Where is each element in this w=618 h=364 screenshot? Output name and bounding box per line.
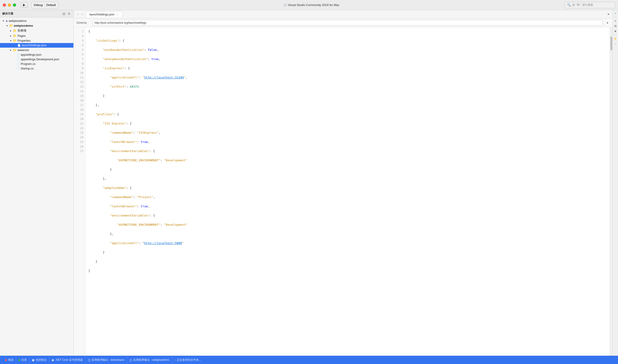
tree-item-appsettingsdev[interactable]: ▸ 📄 appsettings.Development.json — [0, 57, 73, 62]
line-num-12: 12 — [74, 80, 85, 84]
tree-item-appsettings[interactable]: ▸ 📄 appsettings.json — [0, 52, 73, 57]
appout1-label: 应用程序输出 - dotnetrazor — [91, 358, 125, 362]
scrollbar-thumb[interactable] — [610, 37, 612, 50]
code-line-9: }, — [88, 103, 607, 107]
errors-label: 错误 — [8, 358, 13, 362]
program-label: Program.cs — [21, 62, 35, 65]
debug-label: Debug — [34, 3, 43, 7]
code-line-24: "applicationUrl": "http://localhost:5000… — [88, 241, 607, 246]
schema-dropdown-button[interactable]: ▾ — [605, 20, 610, 26]
code-line-18: "webplusdemo": { — [88, 186, 607, 190]
tree-item-startup[interactable]: ▸ 📄 Startup.cs — [0, 66, 73, 71]
tab-bar: ‹ › launchSettings.json ○ ▾ — [74, 10, 612, 18]
line-num-18: 18 — [74, 107, 85, 112]
run-button[interactable] — [21, 2, 28, 8]
tree-arrow-deps: ▸ — [9, 29, 12, 32]
tab-next-button[interactable]: › — [80, 12, 85, 17]
schema-input[interactable] — [92, 20, 603, 26]
tree-item-project[interactable]: ▾ 📁 webplusdemo — [0, 23, 73, 28]
code-line-16: } — [88, 167, 607, 172]
code-line-1: { — [88, 29, 607, 34]
code-content[interactable]: { "iisSettings": { "windowsAuthenticatio… — [86, 27, 610, 356]
line-num-1: 1 — [74, 29, 85, 34]
sidebar-collapse-icon[interactable]: ⊟ — [62, 12, 66, 16]
code-line-19: "commandName": "Project", — [88, 195, 607, 199]
run-config-toolbar[interactable]: Debug › Default — [31, 2, 58, 9]
line-num-7: 7 — [74, 57, 85, 61]
dotnet-label: .NET Core 证书管理器 — [55, 358, 83, 362]
code-line-10: "profiles": { — [88, 112, 607, 117]
appsettingsdev-icon: 📄 — [17, 58, 20, 61]
tab-filename: launchSettings.json — [90, 13, 114, 16]
tree-item-program[interactable]: ▸ 📄 Program.cs — [0, 62, 73, 66]
deps-label: 依赖项 — [17, 29, 26, 33]
sidebar: 解决方案 ⊟ ✕ ▾ ◈ webplusdemo ▾ 📁 webplusdemo… — [0, 10, 74, 356]
line-num-6: 6 — [74, 52, 85, 57]
line-num-25: 25 — [74, 140, 85, 144]
maximize-button[interactable] — [13, 3, 16, 7]
tab-close-button[interactable]: ○ — [116, 13, 119, 16]
sidebar-close-icon[interactable]: ✕ — [67, 12, 71, 16]
code-line-13: "launchBrowser": true, — [88, 140, 607, 144]
status-errors[interactable]: 错误 — [3, 356, 16, 364]
appsettings-label: appsettings.json — [21, 53, 41, 56]
solution-icon: ◈ — [6, 19, 8, 23]
deps-folder-icon: 📁 — [13, 29, 17, 32]
sidebar-header: 解决方案 ⊟ ✕ — [0, 10, 73, 17]
toolbar-separator: › — [44, 3, 45, 7]
line-num-21: 21 — [74, 121, 85, 126]
code-line-4: "anonymousAuthentication": true, — [88, 57, 607, 61]
tree-item-solution[interactable]: ▾ ◈ webplusdemo — [0, 18, 73, 23]
line-num-3: 3 — [74, 39, 85, 43]
search-bar[interactable]: 🔍 按 "⌘," 进行搜索 — [565, 2, 615, 8]
tree-item-wwwroot[interactable]: ▸ 📁 wwwroot — [0, 48, 73, 52]
status-tasks[interactable]: 任务 — [16, 356, 29, 364]
rp-minus-icon[interactable]: − — [613, 41, 618, 46]
tree-item-deps[interactable]: ▸ 📁 依赖项 — [0, 28, 73, 33]
status-appout2[interactable]: ◫ 应用程序输出 - webplusdemo — [127, 356, 172, 364]
status-dotnet[interactable]: ◉ .NET Core 证书管理器 — [49, 356, 85, 364]
line-num-22: 22 — [74, 126, 85, 130]
status-publish[interactable]: ↑ 正在发布到文件夹... — [172, 356, 204, 364]
line-num-9: 9 — [74, 66, 85, 71]
line-num-8: 8 — [74, 61, 85, 66]
pages-label: Pages — [17, 34, 26, 38]
project-icon: 📁 — [9, 24, 13, 27]
code-editor: 1 2 3 4 5 6 7 8 9 10 11 12 13 14 15 16 1… — [74, 27, 612, 356]
tab-prev-button[interactable]: ‹ — [76, 12, 80, 17]
search-placeholder: 按 "⌘," 进行搜索 — [572, 3, 593, 7]
tab-dropdown-button[interactable]: ▾ — [606, 12, 611, 17]
line-num-2: 2 — [74, 34, 85, 39]
minimize-button[interactable] — [8, 3, 11, 7]
rp-icon-2[interactable]: ⊞ — [613, 24, 618, 28]
wwwroot-folder-icon: 📁 — [13, 48, 17, 52]
status-appout1[interactable]: ◫ 应用程序输出 - dotnetrazor — [85, 356, 127, 364]
line-num-23: 23 — [74, 130, 85, 135]
rp-check-icon[interactable]: ✓ — [613, 11, 618, 16]
dotnet-icon: ◉ — [52, 358, 54, 362]
close-button[interactable] — [3, 3, 6, 7]
status-console[interactable]: ▣ 包控制台 — [29, 356, 49, 364]
code-line-14: "environmentVariables": { — [88, 149, 607, 154]
rp-icon-1[interactable]: ≡ — [613, 19, 618, 23]
line-num-10: 10 — [74, 71, 85, 75]
editor-scrollbar[interactable] — [610, 27, 612, 356]
code-line-12: "commandName": "IISExpress", — [88, 130, 607, 135]
line-num-4: 4 — [74, 43, 85, 48]
line-num-5: 5 — [74, 48, 85, 52]
tree-arrow-pages: ▸ — [9, 35, 12, 37]
wwwroot-label: wwwroot — [17, 49, 29, 52]
tree-arrow-properties: ▾ — [9, 39, 12, 42]
tree-item-launchsettings[interactable]: ▸ 📄 launchSettings.json — [0, 43, 73, 48]
tree-item-properties[interactable]: ▾ 📁 Properties — [0, 38, 73, 43]
window-controls — [3, 3, 16, 7]
solution-tree: ▾ ◈ webplusdemo ▾ 📁 webplusdemo ▸ 📁 依赖项 … — [0, 17, 73, 356]
code-line-6: "applicationUrl": "http://localhost:3139… — [88, 75, 607, 80]
tab-launchsettings[interactable]: launchSettings.json ○ — [86, 11, 122, 17]
search-icon: 🔍 — [567, 3, 571, 7]
tree-item-pages[interactable]: ▸ 📁 Pages — [0, 33, 73, 38]
titlebar: Debug › Default ⬡ Visual Studio Communit… — [0, 0, 618, 10]
rp-icon-3[interactable]: ◈ — [613, 29, 618, 33]
code-line-2: "iisSettings": { — [88, 39, 607, 43]
rp-lightning-icon[interactable]: ⚡ — [613, 36, 618, 41]
